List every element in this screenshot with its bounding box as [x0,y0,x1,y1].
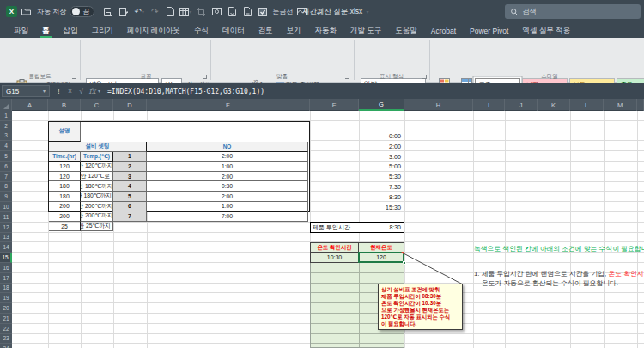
row-header[interactable]: 16 [0,263,12,273]
number-dialog-launcher-icon[interactable] [422,75,427,79]
tab-page-layout[interactable]: 페이지 레이아웃 [120,23,187,38]
cell-time[interactable]: 7:00 [147,211,308,222]
tab-power-pivot[interactable]: Power Pivot [463,23,515,38]
cell-no[interactable]: 4 [113,181,147,192]
col-header-C[interactable]: C [81,99,113,111]
save-icon[interactable] [101,5,115,19]
tab-data[interactable]: 데이터 [216,23,252,38]
tab-draw[interactable]: 그리기 [85,23,121,38]
row-header[interactable]: 3 [0,131,12,142]
cell-desc[interactable]: 2시간 동안 120℃까지 올라간다 [81,162,113,172]
export-pdf-icon[interactable] [225,5,239,19]
cell-desc[interactable]: 7시간동안 25℃까지 하강한다 [81,222,113,232]
cell-temp[interactable]: 25 [49,222,81,232]
col-header-F[interactable]: F [310,99,359,111]
tab-file[interactable]: 파일 [7,23,35,38]
product-time-value[interactable]: 8:30 [360,224,404,230]
cell-G8[interactable]: 7:30 [359,182,404,192]
col-header-M[interactable]: M [604,99,637,111]
cell-desc[interactable]: 2시간 동안 180℃까지 올라간다 [81,181,113,192]
cell-G9[interactable]: 8:30 [359,192,404,202]
col-header-B[interactable]: B [48,99,81,111]
cell-G3[interactable]: 0:00 [359,131,404,142]
autosave-toggle[interactable]: 끔 [70,6,94,17]
cell-temp[interactable]: 200 [49,202,81,212]
row-header[interactable]: 12 [0,223,12,233]
row-header[interactable]: 23 [0,334,12,345]
row-header[interactable]: 13 [0,233,12,243]
row-header[interactable]: 6 [0,162,12,172]
row-header[interactable]: 2 [0,121,12,131]
formula-text[interactable]: =INDEX(D4:D10,MATCH(F15-G12,G3:G10,1)) [107,88,264,95]
cell-no[interactable]: 1 [113,152,147,162]
row-header[interactable]: 1 [0,111,12,121]
row-header[interactable]: 10 [0,202,12,212]
cell-temp[interactable]: 180 [49,192,81,202]
row-header[interactable]: 20 [0,303,12,314]
cell-time[interactable]: 2:00 [147,192,308,202]
undo-icon[interactable]: ↶▾ [132,5,146,19]
font-dialog-launcher-icon[interactable] [203,75,207,79]
tab-automate[interactable]: 자동화 [307,23,343,38]
tab-help[interactable]: 도움말 [388,23,424,38]
product-time-box[interactable]: 제품 투입시간 8:30 [310,222,404,233]
select-all-corner[interactable] [0,99,12,111]
cell-no[interactable]: 6 [113,202,147,212]
tab-acrobat[interactable]: Acrobat [424,23,463,38]
open-folder-icon[interactable] [19,5,33,19]
clipboard-dialog-launcher-icon[interactable] [72,75,76,79]
insert-function-icon[interactable]: fx [87,87,98,95]
row-header[interactable]: 19 [0,293,12,303]
gridlines-checkbox[interactable] [256,5,270,19]
cell-no[interactable]: 7 [113,211,147,222]
row-header[interactable]: 8 [0,182,12,192]
col-header-A[interactable]: A [12,99,48,111]
col-header-D[interactable]: D [113,99,147,111]
col-header-K[interactable]: K [538,99,570,111]
cell-G4[interactable]: 2:00 [359,141,404,151]
cell-time[interactable]: 2:00 [147,172,308,182]
table-style-icon[interactable]: ▾ [179,5,192,19]
save-as-icon[interactable] [117,5,131,19]
cell-temp[interactable]: 180 [49,181,81,192]
row-header[interactable]: 24 [0,344,12,348]
cell-temp[interactable]: 120 [49,162,81,172]
col-header-E[interactable]: E [147,99,310,111]
cell-F15[interactable]: 10:30 [311,253,359,262]
col-header-H[interactable]: H [404,99,473,111]
cell-G15-selected[interactable]: 120 [359,253,404,262]
cell-no[interactable]: 2 [113,162,147,172]
cancel-icon[interactable]: × [64,87,76,95]
tab-view[interactable]: 보기 [279,23,307,38]
cell-time[interactable]: 2:00 [147,152,308,162]
row-header[interactable]: 14 [0,242,12,253]
row-header[interactable]: 9 [0,192,12,202]
row-header[interactable]: 5 [0,151,12,162]
cell-desc[interactable]: 1시간 동안 120℃로 유지한다 [81,172,113,182]
row-header[interactable]: 4 [0,141,12,151]
row-header[interactable]: 11 [0,212,12,223]
cell-G7[interactable]: 5:30 [359,172,404,182]
error-checking-icon[interactable]: ! [53,87,64,95]
cell-desc[interactable]: 2시간 동안 200℃까지 올라간다 [81,202,113,212]
row-header[interactable]: 18 [0,284,12,294]
cell-desc[interactable]: 1시간 동안 200℃까지 유지한다 [81,211,113,222]
row-header-selected[interactable]: 15 [0,253,12,263]
col-header-G[interactable]: G [359,99,404,111]
cell-no[interactable]: 5 [113,192,147,202]
equipment-settings-table[interactable]: 설비 셋팅 설명 NO Time.(hr) Temp.(℃) 1 2:00 12… [48,121,310,212]
export-doc-icon[interactable] [240,5,254,19]
tab-home[interactable]: 홈 [35,23,57,38]
col-header-I[interactable]: I [473,99,505,111]
col-header-L[interactable]: L [570,99,604,111]
tab-formulas[interactable]: 수식 [187,23,216,38]
row-header[interactable]: 7 [0,172,12,182]
cell-no[interactable]: 3 [113,172,147,182]
cell-G6[interactable]: 5:00 [359,162,404,172]
cell-time[interactable]: 1:00 [147,162,308,172]
cell-temp[interactable]: 120 [49,172,81,182]
cell-G10[interactable]: 15:30 [359,202,404,212]
col-header-J[interactable]: J [505,99,538,111]
camera-icon[interactable] [210,5,223,19]
search-box[interactable]: 검색 [505,4,641,19]
